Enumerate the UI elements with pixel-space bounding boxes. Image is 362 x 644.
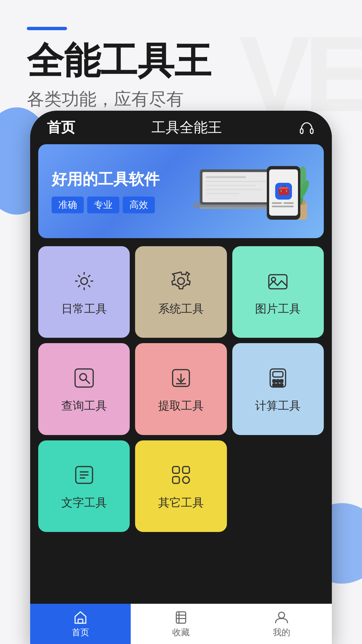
banner-tags: 准确 专业 高效: [52, 197, 160, 213]
tool-card-extract[interactable]: 提取工具: [135, 343, 227, 435]
image-tools-icon: [264, 268, 291, 294]
svg-rect-45: [277, 380, 279, 382]
svg-rect-48: [277, 384, 279, 386]
svg-rect-21: [272, 202, 282, 204]
svg-line-29: [78, 275, 80, 277]
tool-card-daily[interactable]: 日常工具: [38, 246, 130, 338]
query-tools-icon: [71, 365, 98, 391]
daily-tools-label: 日常工具: [61, 301, 107, 317]
calc-tools-icon: [264, 365, 291, 391]
system-tools-icon: [168, 268, 194, 294]
text-tools-label: 文字工具: [61, 495, 107, 511]
svg-point-57: [183, 477, 189, 483]
phone-mockup: 首页 工具全能王 好用的工具软件 准确 专业 高效: [30, 111, 332, 644]
banner-tag-3: 高效: [123, 197, 155, 213]
calc-tools-label: 计算工具: [255, 398, 301, 414]
svg-rect-7: [206, 185, 256, 186]
banner[interactable]: 好用的工具软件 准确 专业 高效: [38, 144, 324, 238]
svg-rect-22: [284, 202, 294, 204]
bottom-tabs: 首页 收藏: [30, 604, 332, 644]
nav-app-title: 工具全能王: [75, 118, 298, 137]
bookmark-icon: [174, 610, 188, 625]
app-title: 全能工具王: [27, 40, 211, 81]
user-icon: [274, 610, 289, 625]
svg-rect-43: [273, 372, 283, 377]
system-tools-label: 系统工具: [158, 301, 204, 317]
tool-card-other[interactable]: 其它工具: [135, 440, 227, 532]
tab-profile[interactable]: 我的: [231, 604, 332, 644]
svg-rect-47: [273, 384, 276, 386]
image-tools-label: 图片工具: [255, 301, 301, 317]
tools-grid: 日常工具 系统工具: [30, 238, 332, 532]
banner-illustration: 🧰: [186, 149, 320, 236]
svg-point-37: [80, 374, 86, 380]
svg-rect-0: [300, 129, 303, 133]
header-accent: [27, 27, 67, 30]
other-tools-icon: [168, 462, 194, 488]
svg-rect-54: [173, 467, 179, 473]
app-subtitle: 各类功能，应有尽有: [27, 88, 211, 111]
headphone-icon: [299, 119, 315, 136]
svg-rect-49: [280, 384, 283, 386]
headphone-button[interactable]: [298, 119, 315, 136]
phone-screen: 首页 工具全能王 好用的工具软件 准确 专业 高效: [30, 111, 332, 644]
svg-line-38: [86, 380, 90, 384]
other-tools-label: 其它工具: [158, 495, 204, 511]
svg-rect-44: [273, 380, 276, 382]
text-tools-icon: [71, 462, 98, 488]
tab-home[interactable]: 首页: [30, 604, 131, 644]
svg-rect-23: [272, 206, 294, 207]
tool-card-text[interactable]: 文字工具: [38, 440, 130, 532]
svg-rect-36: [75, 369, 93, 387]
banner-title: 好用的工具软件: [52, 169, 160, 190]
tab-favorites[interactable]: 收藏: [131, 604, 231, 644]
svg-rect-55: [183, 467, 189, 473]
svg-rect-59: [176, 612, 186, 623]
svg-rect-58: [78, 619, 83, 623]
header-section: 全能工具王 各类功能，应有尽有: [27, 27, 211, 111]
svg-line-32: [78, 285, 80, 287]
tool-card-calc[interactable]: 计算工具: [232, 343, 324, 435]
daily-tools-icon: [71, 268, 98, 294]
svg-rect-9: [206, 193, 239, 194]
svg-rect-34: [269, 275, 287, 289]
banner-tag-2: 专业: [87, 197, 119, 213]
banner-tag-1: 准确: [52, 197, 84, 213]
tab-profile-label: 我的: [273, 627, 290, 638]
svg-line-31: [88, 275, 90, 277]
tab-home-label: 首页: [72, 627, 89, 638]
svg-rect-6: [206, 181, 266, 182]
nav-home-label: 首页: [47, 118, 75, 137]
extract-tools-icon: [168, 365, 194, 391]
svg-text:🧰: 🧰: [278, 185, 290, 196]
svg-rect-46: [280, 380, 283, 382]
query-tools-label: 查询工具: [61, 398, 107, 414]
svg-point-33: [178, 278, 184, 284]
svg-rect-1: [310, 129, 313, 133]
phone-header: 首页 工具全能王: [30, 111, 332, 144]
scroll-content[interactable]: 好用的工具软件 准确 专业 高效: [30, 144, 332, 604]
svg-rect-8: [206, 189, 263, 190]
banner-text: 好用的工具软件 准确 专业 高效: [52, 169, 160, 213]
tool-card-system[interactable]: 系统工具: [135, 246, 227, 338]
extract-tools-label: 提取工具: [158, 398, 204, 414]
tool-card-query[interactable]: 查询工具: [38, 343, 130, 435]
svg-rect-56: [173, 477, 179, 483]
svg-point-63: [279, 612, 285, 618]
home-icon: [73, 610, 88, 625]
svg-point-24: [81, 278, 87, 284]
svg-line-30: [88, 285, 90, 287]
tool-card-image[interactable]: 图片工具: [232, 246, 324, 338]
svg-rect-5: [206, 176, 246, 178]
tab-favorites-label: 收藏: [172, 627, 190, 638]
